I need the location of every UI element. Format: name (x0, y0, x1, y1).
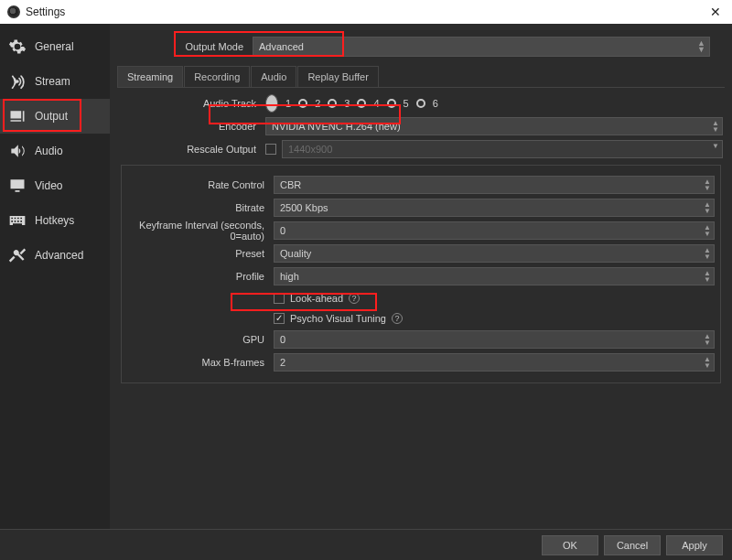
spinner-icon[interactable] (704, 333, 711, 346)
antenna-icon (7, 71, 27, 92)
sidebar-item-label: Stream (35, 75, 70, 88)
apply-button[interactable]: Apply (666, 535, 723, 555)
bitrate-label: Bitrate (127, 202, 264, 213)
help-icon[interactable]: ? (349, 293, 360, 304)
rescale-value-select[interactable]: 1440x900 ▼ (282, 140, 723, 158)
gpu-input[interactable]: 0 (274, 330, 715, 349)
audio-track-label: Audio Track (119, 98, 256, 109)
cancel-button[interactable]: Cancel (604, 535, 661, 555)
max-b-label: Max B-frames (127, 357, 264, 368)
help-icon[interactable]: ? (392, 313, 403, 324)
rescale-checkbox[interactable] (265, 144, 276, 155)
preset-select[interactable]: Quality▲▼ (274, 244, 715, 263)
sidebar-item-video[interactable]: Video (0, 168, 110, 203)
tab-streaming[interactable]: Streaming (117, 66, 183, 87)
audio-track-radio-6[interactable] (416, 99, 425, 108)
audio-track-radio-2[interactable] (298, 99, 307, 108)
encoder-label: Encoder (119, 121, 256, 132)
app-logo-icon (7, 5, 20, 18)
dialog-footer: OK Cancel Apply (0, 529, 732, 560)
audio-track-radio-1[interactable] (265, 94, 278, 113)
lookahead-label: Look-ahead (290, 293, 343, 304)
gear-icon (7, 37, 27, 57)
chevron-down-icon: ▼ (712, 143, 719, 149)
window-close-button[interactable]: ✕ (706, 5, 725, 19)
audio-track-radio-4[interactable] (357, 99, 366, 108)
ok-button[interactable]: OK (542, 535, 598, 555)
spinner-icon[interactable] (704, 224, 711, 237)
chevron-updown-icon: ▲▼ (712, 120, 719, 133)
preset-label: Preset (127, 248, 264, 259)
sidebar-item-label: Hotkeys (35, 214, 74, 227)
sidebar-item-general[interactable]: General (0, 29, 110, 64)
max-b-input[interactable]: 2 (274, 353, 715, 372)
sidebar-item-label: General (35, 40, 74, 53)
rate-control-select[interactable]: CBR▲▼ (274, 176, 715, 194)
output-mode-label: Output Mode (179, 41, 243, 52)
keyframe-label: Keyframe Interval (seconds, 0=auto) (127, 220, 264, 242)
monitor-icon (7, 176, 27, 196)
spinner-icon[interactable] (704, 356, 711, 369)
sidebar-item-label: Video (35, 179, 62, 192)
settings-sidebar: General Stream Output Audio Video Hotkey… (0, 24, 110, 529)
window-titlebar: Settings ✕ (0, 0, 732, 24)
window-title: Settings (26, 5, 65, 18)
audio-track-radio-3[interactable] (328, 99, 337, 108)
profile-select[interactable]: high▲▼ (274, 267, 715, 285)
rescale-label: Rescale Output (119, 144, 256, 155)
tab-audio[interactable]: Audio (251, 66, 296, 87)
audio-track-group: 1 2 3 4 5 6 (265, 94, 438, 113)
sidebar-item-advanced[interactable]: Advanced (0, 238, 110, 273)
tab-recording[interactable]: Recording (184, 66, 250, 87)
sidebar-item-label: Audio (35, 145, 63, 157)
chevron-updown-icon: ▲▼ (704, 270, 711, 283)
encoder-select[interactable]: NVIDIA NVENC H.264 (new) ▲▼ (265, 117, 723, 135)
sidebar-item-label: Output (35, 110, 68, 123)
pvt-label: Psycho Visual Tuning (290, 313, 386, 324)
sidebar-item-output[interactable]: Output (0, 99, 110, 134)
pvt-checkbox[interactable] (274, 313, 285, 324)
keyframe-input[interactable]: 0 (274, 221, 715, 240)
chevron-updown-icon: ▲▼ (704, 247, 711, 260)
gpu-label: GPU (127, 334, 264, 345)
rate-control-label: Rate Control (127, 179, 264, 190)
audio-track-radio-5[interactable] (387, 99, 396, 108)
chevron-updown-icon: ▲▼ (697, 40, 705, 53)
speaker-icon (7, 141, 27, 161)
bitrate-input[interactable]: 2500 Kbps (274, 199, 715, 217)
output-icon (7, 106, 27, 126)
output-tabs: Streaming Recording Audio Replay Buffer (117, 66, 725, 88)
sidebar-item-audio[interactable]: Audio (0, 134, 110, 168)
output-mode-select[interactable]: Advanced ▲▼ (253, 37, 710, 57)
sidebar-item-hotkeys[interactable]: Hotkeys (0, 203, 110, 238)
sidebar-item-stream[interactable]: Stream (0, 64, 110, 99)
sidebar-item-label: Advanced (35, 249, 83, 262)
tab-replay-buffer[interactable]: Replay Buffer (297, 66, 378, 87)
chevron-updown-icon: ▲▼ (704, 178, 711, 191)
profile-label: Profile (127, 271, 264, 282)
keyboard-icon (7, 210, 27, 231)
encoder-settings-panel: Rate Control CBR▲▼ Bitrate 2500 Kbps Key… (121, 165, 721, 383)
tools-icon (7, 245, 27, 265)
lookahead-checkbox[interactable] (274, 293, 285, 304)
spinner-icon[interactable] (704, 201, 711, 214)
